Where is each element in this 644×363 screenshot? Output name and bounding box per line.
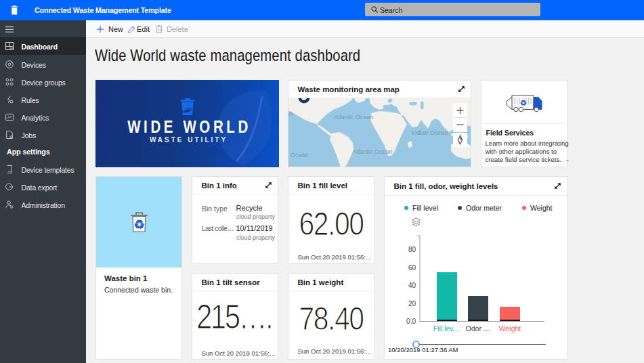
svg-text:Atlantic Ocean: Atlantic Ocean [353,148,393,155]
svg-text:Odor …: Odor … [466,324,491,333]
svg-text:c Ocean: c Ocean [288,152,309,158]
svg-text:10/20/2019 01:27:36 AM: 10/20/2019 01:27:36 AM [388,346,458,354]
svg-text:Atlantic Ocean: Atlantic Ocean [334,114,374,121]
svg-text:Indian Ocean: Indian Ocean [412,129,448,136]
svg-text:Fill lev…: Fill lev… [433,324,460,333]
svg-text:an: an [288,110,293,117]
svg-text:Weight: Weight [499,324,521,333]
svg-text:♻: ♻ [520,99,527,107]
svg-text:♻: ♻ [133,218,144,232]
